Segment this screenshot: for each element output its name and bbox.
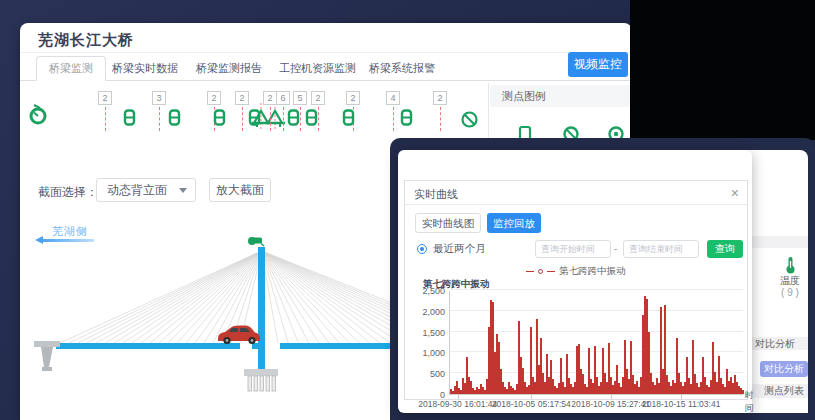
bridge-deck-left [56, 343, 240, 349]
y-axis-tick-label: 1,000 [405, 348, 445, 358]
gridline [450, 331, 743, 332]
gridline [450, 289, 743, 290]
sensor-count-badge: 2 [263, 91, 277, 105]
sensor-count-badge: 2 [235, 91, 249, 105]
vibration-chart-plot[interactable] [449, 291, 743, 395]
sensor-count-badge: 2 [98, 91, 112, 105]
x-axis-tick [458, 395, 459, 399]
chart-legend[interactable]: 第七跨跨中振动 [405, 265, 747, 278]
car [218, 326, 260, 345]
realtime-curve-modal: 实时曲线 × 实时曲线图 监控回放 最近两个月 - 查询 第七跨跨中振动 第七跨… [398, 150, 752, 413]
legend-series-label: 第七跨跨中振动 [559, 265, 626, 278]
section-select-label: 截面选择： [38, 184, 98, 201]
video-monitor-button[interactable]: 视频监控 [568, 52, 628, 77]
legend-panel-header: 测点图例 [490, 85, 632, 107]
tab-bridge-monitoring[interactable]: 桥梁监测 [36, 56, 106, 81]
measure-point-dash [440, 107, 441, 131]
sensor-count-badge: 2 [433, 91, 447, 105]
link-sensor-icon[interactable] [168, 109, 181, 130]
tab-system-alarm[interactable]: 桥梁系统报警 [369, 61, 435, 76]
sensor-count-badge: 6 [276, 91, 290, 105]
sensor-count-badge: 3 [152, 91, 166, 105]
recent-two-months-label: 最近两个月 [433, 242, 486, 256]
section-select-row: 截面选择： 动态背立面 放大截面 [20, 178, 400, 204]
sensor-count-badge: 2 [207, 91, 221, 105]
link-sensor-icon[interactable] [248, 109, 261, 130]
y-axis-tick-label: 2,000 [405, 307, 445, 317]
tab-realtime-data[interactable]: 桥梁实时数据 [112, 61, 178, 76]
page-title: 芜湖长江大桥 [38, 31, 134, 50]
query-start-time-input[interactable] [535, 240, 611, 258]
section-select-value: 动态背立面 [107, 183, 167, 197]
date-separator: - [614, 243, 617, 254]
dialog-title: 实时曲线 [414, 187, 458, 202]
legend-line-icon [547, 271, 555, 272]
x-axis-tick-label: 2018-10-05 05:17:54 [492, 399, 571, 409]
section-select-dropdown[interactable]: 动态背立面 [96, 178, 196, 202]
y-axis-tick-label: 1,500 [405, 328, 445, 338]
prohibition-icon[interactable] [461, 111, 478, 132]
temperature-count: ( 9 ) [770, 287, 808, 298]
link-sensor-icon[interactable] [342, 109, 355, 130]
compare-analysis-button[interactable]: 对比分析 [760, 361, 808, 377]
measure-point-dash [159, 107, 160, 131]
link-sensor-icon[interactable] [213, 109, 226, 130]
sensor-strip: 测点图例 23222652242 [20, 81, 632, 141]
x-axis-tick-label: 2018-09-30 16:01:44 [418, 399, 497, 409]
bridge-foundation [244, 369, 278, 391]
sensor-count-badge: 4 [386, 91, 400, 105]
query-button[interactable]: 查询 [707, 240, 743, 258]
link-sensor-icon[interactable] [400, 109, 413, 130]
bridge-abutment [34, 341, 60, 371]
measure-point-dash [283, 107, 284, 131]
tab-monitor-playback[interactable]: 监控回放 [487, 213, 541, 233]
vibration-bar [742, 390, 744, 394]
black-backdrop [630, 0, 815, 140]
legend-circle-marker-icon [538, 269, 543, 274]
x-axis-tick [611, 395, 612, 399]
gridline [450, 310, 743, 311]
zoom-section-button[interactable]: 放大截面 [209, 178, 271, 202]
tab-monitor-report[interactable]: 桥梁监测报告 [196, 61, 262, 76]
bridge-tower [258, 247, 265, 371]
temperature-label[interactable]: 温度 [770, 274, 808, 288]
y-axis-tick-label: 500 [405, 369, 445, 379]
x-axis-tick-label: 2018-10-09 15:27:41 [571, 399, 650, 409]
y-axis-tick-label: 2,500 [405, 286, 445, 296]
x-axis-tick-label: 2018-10-15 11:03:41 [642, 399, 720, 409]
measure-point-dash [270, 107, 271, 131]
strip-divider [488, 83, 489, 139]
recent-two-months-radio[interactable] [417, 244, 427, 254]
gauge-icon[interactable] [28, 103, 49, 131]
measure-point-dash [242, 107, 243, 131]
chevron-down-icon [179, 188, 187, 193]
query-end-time-input[interactable] [623, 240, 699, 258]
realtime-curve-dialog: 实时曲线 × 实时曲线图 监控回放 最近两个月 - 查询 第七跨跨中振动 第七跨… [404, 180, 748, 400]
sensor-count-badge: 2 [311, 91, 325, 105]
camera-icon [248, 237, 264, 246]
measure-point-dash [300, 107, 301, 131]
tab-bar: 桥梁监测 桥梁实时数据 桥梁监测报告 工控机资源监测 桥梁系统报警 [20, 56, 632, 81]
x-axis-tick [681, 395, 682, 399]
x-axis-tick [531, 395, 532, 399]
legend-line-icon [526, 271, 534, 272]
sensor-count-badge: 5 [293, 91, 307, 105]
measure-point-dash [393, 107, 394, 131]
tab-realtime-curve[interactable]: 实时曲线图 [415, 213, 481, 233]
close-icon[interactable]: × [731, 185, 739, 201]
title-divider [20, 52, 632, 53]
measure-point-dash [318, 107, 319, 131]
link-sensor-icon[interactable] [305, 109, 318, 130]
link-sensor-icon[interactable] [287, 109, 300, 130]
dialog-header: 实时曲线 × [405, 181, 747, 205]
tab-ipc-resources[interactable]: 工控机资源监测 [279, 61, 356, 76]
x-axis-name: 时间 [745, 389, 754, 415]
link-sensor-icon[interactable] [123, 109, 136, 130]
measure-point-dash [105, 107, 106, 131]
sensor-count-badge: 2 [346, 91, 360, 105]
